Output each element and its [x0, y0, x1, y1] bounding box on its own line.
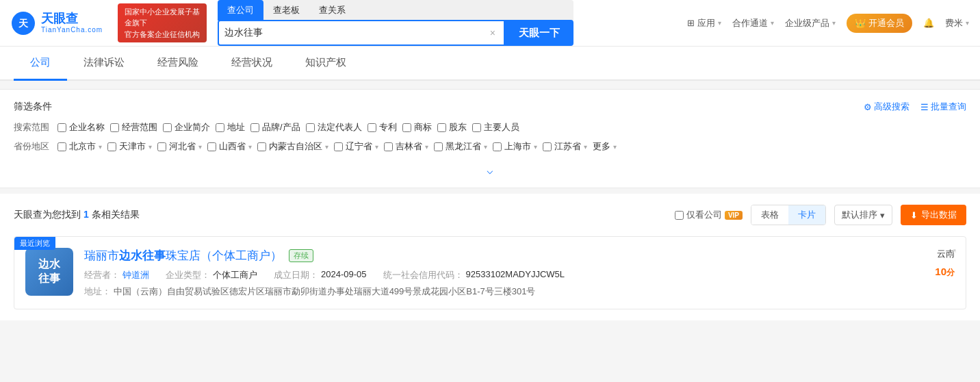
nav-apps[interactable]: ⊞ 应用 ▾	[687, 17, 721, 29]
province-heilongjiang[interactable]: 黑龙江省 ▾	[434, 140, 487, 153]
results-header: 天眼查为您找到 1 条相关结果 仅看公司 VIP 表格 卡片 默认排序 ▾ ⬇ …	[14, 205, 966, 225]
province-jilin[interactable]: 吉林省 ▾	[384, 140, 428, 153]
scope-address[interactable]: 地址	[216, 121, 245, 133]
province-shanxi[interactable]: 山西省 ▾	[207, 140, 252, 153]
results-controls: 仅看公司 VIP 表格 卡片 默认排序 ▾ ⬇ 导出数据	[675, 205, 966, 225]
batch-query-link[interactable]: ☰ 批量查询	[920, 101, 966, 113]
hebei-arrow: ▾	[198, 143, 202, 151]
credit-value: 92533102MADYJJCW5L	[466, 269, 565, 281]
coop-arrow: ▾	[771, 19, 774, 27]
jilin-arrow: ▾	[425, 143, 428, 151]
clear-icon[interactable]: ×	[487, 27, 498, 38]
card-title-row: 瑞丽市边水往事珠宝店（个体工商户） 存续	[84, 248, 889, 264]
scope-company-name[interactable]: 企业名称	[57, 121, 105, 133]
vip-crown-icon: 👑	[855, 18, 866, 28]
header: 天 天眼查 TianYanCha.com 国家中小企业发展子基金旗下 官方备案企…	[0, 0, 980, 47]
open-vip-button[interactable]: 👑 开通会员	[847, 14, 912, 33]
search-tab-company[interactable]: 查公司	[218, 0, 263, 21]
search-button[interactable]: 天眼一下	[505, 20, 573, 46]
only-company-checkbox[interactable]	[675, 211, 684, 220]
advanced-search-icon: ⚙	[864, 102, 872, 112]
tab-operation-status[interactable]: 经营状况	[215, 47, 289, 81]
scope-trademark[interactable]: 商标	[402, 121, 432, 133]
expand-button[interactable]: ⌵	[487, 164, 493, 177]
search-box-wrapper: 查公司 查老板 查关系 × 天眼一下	[218, 0, 573, 46]
credit-info: 统一社会信用代码： 92533102MADYJJCW5L	[383, 269, 565, 281]
logo-subname: TianYanCha.com	[41, 26, 103, 34]
card-info-row: 经营者： 钟道洲 企业类型： 个体工商户 成立日期： 2024-09-05 统一…	[84, 269, 889, 281]
nav-enterprise[interactable]: 企业级产品 ▾	[785, 17, 836, 29]
search-tab-relation[interactable]: 查关系	[309, 0, 355, 21]
batch-icon: ☰	[920, 102, 929, 112]
nav-user[interactable]: 费米 ▾	[945, 17, 969, 29]
card-view-button[interactable]: 卡片	[788, 205, 825, 225]
status-badge: 存续	[289, 249, 313, 262]
shanxi-arrow: ▾	[248, 143, 252, 151]
province-hebei[interactable]: 河北省 ▾	[157, 140, 202, 153]
established-info: 成立日期： 2024-09-05	[274, 269, 367, 281]
advanced-search-link[interactable]: ⚙ 高级搜索	[864, 101, 910, 113]
search-input-container: ×	[218, 20, 505, 46]
search-input-row: × 天眼一下	[218, 20, 573, 46]
scope-patent[interactable]: 专利	[368, 121, 397, 133]
neimenggu-arrow: ▾	[325, 143, 328, 151]
province-row: 省份地区 北京市 ▾ 天津市 ▾ 河北省 ▾ 山西省 ▾ 内蒙古自治区 ▾	[14, 140, 966, 153]
filter-actions: ⚙ 高级搜索 ☰ 批量查询	[864, 101, 966, 113]
score-badge: 10分	[935, 266, 955, 279]
scope-label: 搜索范围	[14, 121, 52, 133]
tab-intellectual-property[interactable]: 知识产权	[289, 47, 363, 81]
apps-arrow: ▾	[718, 19, 721, 27]
type-info: 企业类型： 个体工商户	[166, 269, 257, 281]
search-input[interactable]	[224, 27, 487, 38]
tab-operation-risk[interactable]: 经营风险	[141, 47, 215, 81]
scope-business-scope[interactable]: 经营范围	[110, 121, 157, 133]
province-beijing[interactable]: 北京市 ▾	[57, 140, 102, 153]
view-toggle: 表格 卡片	[751, 205, 826, 225]
scope-company-intro[interactable]: 企业简介	[163, 121, 210, 133]
company-name-link[interactable]: 瑞丽市边水往事珠宝店（个体工商户）	[84, 248, 282, 264]
scope-legal-rep[interactable]: 法定代表人	[306, 121, 362, 133]
banner-ad: 国家中小企业发展子基金旗下 官方备案企业征信机构	[118, 3, 207, 43]
sort-select[interactable]: 默认排序 ▾	[834, 205, 892, 225]
province-liaoning[interactable]: 辽宁省 ▾	[334, 140, 378, 153]
type-value: 个体工商户	[213, 269, 257, 281]
export-button[interactable]: ⬇ 导出数据	[901, 205, 966, 225]
manager-link[interactable]: 钟道洲	[122, 269, 149, 281]
search-tab-boss[interactable]: 查老板	[263, 0, 309, 21]
nav-notification[interactable]: 🔔	[923, 18, 934, 28]
tab-lawsuit[interactable]: 法律诉讼	[67, 47, 141, 81]
logo-area: 天 天眼查 TianYanCha.com	[11, 11, 107, 36]
only-company-toggle[interactable]: 仅看公司 VIP	[675, 209, 743, 221]
result-number: 1	[83, 209, 89, 220]
established-value: 2024-09-05	[321, 269, 367, 281]
nav-cooperation[interactable]: 合作通道 ▾	[732, 17, 774, 29]
more-arrow: ▾	[613, 143, 617, 151]
liaoning-arrow: ▾	[375, 143, 378, 151]
share-icon[interactable]: ⤢	[947, 245, 957, 260]
table-view-button[interactable]: 表格	[751, 205, 788, 225]
nav-bar: 公司 法律诉讼 经营风险 经营状况 知识产权	[0, 47, 980, 81]
filter-title: 筛选条件	[14, 101, 52, 113]
scope-brand[interactable]: 品牌/产品	[250, 121, 300, 133]
jiangsu-arrow: ▾	[584, 143, 587, 151]
tianjin-arrow: ▾	[149, 143, 152, 151]
results-count: 天眼查为您找到 1 条相关结果	[14, 209, 140, 221]
address-value: 中国（云南）自由贸易试验区德宏片区瑞丽市勐卯街道办事处瑞丽大道499号景成花园小…	[114, 286, 536, 296]
province-jiangsu[interactable]: 江苏省 ▾	[543, 140, 587, 153]
company-logo: 边水 往事	[25, 248, 73, 296]
bell-icon: 🔔	[923, 18, 934, 28]
province-tianjin[interactable]: 天津市 ▾	[107, 140, 152, 153]
sort-arrow-icon: ▾	[880, 210, 885, 220]
company-name-highlight: 边水往事	[119, 249, 166, 262]
scope-shareholder[interactable]: 股东	[437, 121, 467, 133]
tab-company[interactable]: 公司	[14, 47, 67, 81]
province-neimenggu[interactable]: 内蒙古自治区 ▾	[257, 140, 328, 153]
logo-icon: 天	[11, 11, 36, 36]
scope-key-person[interactable]: 主要人员	[472, 121, 519, 133]
province-more[interactable]: 更多 ▾	[593, 140, 617, 153]
manager-info: 经营者： 钟道洲	[84, 269, 149, 281]
province-shanghai[interactable]: 上海市 ▾	[493, 140, 537, 153]
apps-icon: ⊞	[687, 18, 695, 28]
vip-badge: VIP	[725, 211, 743, 220]
card-address: 地址： 中国（云南）自由贸易试验区德宏片区瑞丽市勐卯街道办事处瑞丽大道499号景…	[84, 285, 889, 298]
